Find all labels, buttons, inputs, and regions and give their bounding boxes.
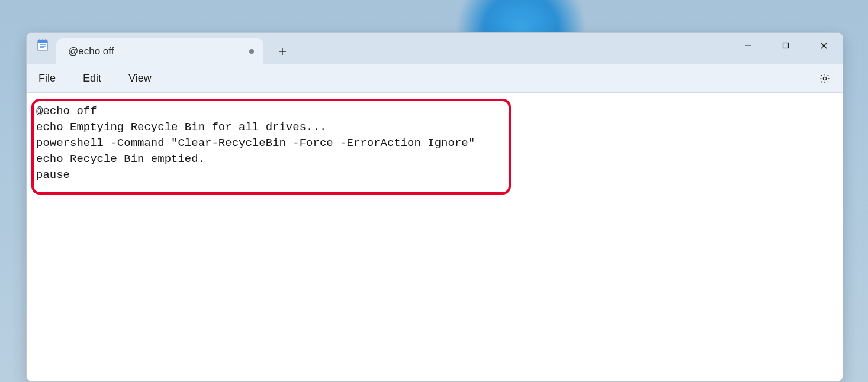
menu-file[interactable]: File [35,70,59,87]
close-button[interactable] [805,33,843,59]
code-line: pause [36,169,70,182]
code-line: echo Recycle Bin emptied. [36,153,205,166]
svg-rect-1 [38,40,47,43]
new-tab-button[interactable] [269,38,295,64]
menu-view[interactable]: View [125,70,155,87]
text-editor[interactable]: @echo off echo Emptying Recycle Bin for … [27,93,843,381]
close-icon [820,42,828,50]
menu-edit[interactable]: Edit [79,70,105,87]
minimize-icon [744,42,751,49]
svg-point-14 [823,77,826,80]
settings-button[interactable] [816,70,833,87]
svg-point-3 [42,39,44,41]
svg-point-4 [45,39,47,41]
editor-content[interactable]: @echo off echo Emptying Recycle Bin for … [36,103,833,183]
window-controls [729,33,843,59]
maximize-button[interactable] [767,33,805,59]
svg-point-2 [39,39,41,41]
gear-icon [819,73,831,85]
tab-title: @echo off [68,46,245,57]
code-line: powershell -Command "Clear-RecycleBin -F… [36,137,475,150]
maximize-icon [782,42,789,49]
code-line: echo Emptying Recycle Bin for all drives… [36,121,326,134]
minimize-button[interactable] [729,33,767,59]
document-tab[interactable]: @echo off [56,38,263,64]
unsaved-indicator-icon [249,49,254,54]
svg-rect-11 [783,43,789,48]
code-line: @echo off [36,105,97,118]
notepad-window: @echo off [26,32,843,382]
titlebar[interactable]: @echo off [27,33,843,64]
plus-icon [278,47,287,56]
menubar: File Edit View [27,64,843,93]
notepad-icon [36,38,49,51]
